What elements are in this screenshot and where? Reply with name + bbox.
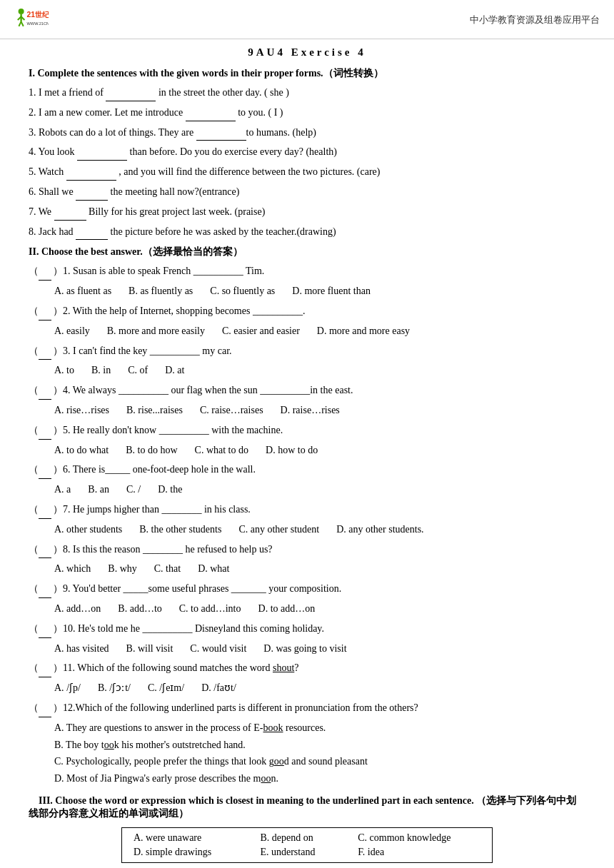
svg-text:WWW.21CNJY.COM: WWW.21CNJY.COM [27, 21, 49, 26]
blank-1-3 [196, 140, 246, 141]
mc-q7-options: A. other students B. the other students … [54, 521, 585, 538]
word-table-cell-C: C. common knowledge [346, 827, 492, 845]
blank-1-1 [106, 101, 156, 101]
mc-q4-options: A. rise…rises B. rise...raises C. raise…… [54, 402, 585, 419]
logo-icon: 21世纪教育 WWW.21CNJY.COM [14, 6, 49, 34]
word-table-row1: A. were unaware B. depend on C. common k… [122, 827, 493, 845]
blank-1-7 [54, 220, 86, 221]
svg-line-5 [21, 21, 24, 26]
mc-q5-row: （ ）5. He really don't know __________ wi… [29, 422, 585, 440]
q1-4: 4. You look than before. Do you do exerc… [29, 143, 585, 161]
section2-title: II. Choose the best answer.（选择最恰当的答案） [29, 246, 585, 258]
header-platform: 中小学教育资源及组卷应用平台 [470, 14, 600, 26]
q1-6: 6. Shall we the meeting hall now?(entran… [29, 183, 585, 201]
q1-2: 2. I am a new comer. Let me introduce to… [29, 104, 585, 121]
word-table-cell-D: D. simple drawings [122, 845, 249, 863]
mc-q3-row: （ ）3. I can't find the key __________ my… [29, 343, 585, 360]
q1-5: 5. Watch , and you will find the differe… [29, 163, 585, 181]
mc-q1-options: A. as fluent as B. as fluently as C. so … [54, 283, 585, 300]
mc-q9-options: A. add…on B. add…to C. to add…into D. to… [54, 600, 585, 617]
doc-title: 9AU4 Exercise 4 [29, 46, 585, 59]
mc-q5-options: A. to do what B. to do how C. what to do… [54, 442, 585, 459]
q1-7: 7. We Billy for his great project last w… [29, 203, 585, 221]
mc-q10-row: （ ）10. He's told me he __________ Disney… [29, 620, 585, 638]
section3-title-wrapper: III. Choose the word or expression which… [29, 794, 585, 820]
word-table-row2: D. simple drawings E. understand F. idea [122, 845, 493, 863]
section3-title: III. Choose the word or expression which… [29, 795, 474, 806]
header: 21世纪教育 WWW.21CNJY.COM 中小学教育资源及组卷应用平台 [0, 0, 614, 39]
svg-text:21世纪教育: 21世纪教育 [27, 10, 49, 19]
mc-q6-options: A. a B. an C. / D. the [54, 481, 585, 498]
blank-1-8 [76, 239, 108, 240]
word-table-cell-B: B. depend on [248, 827, 346, 845]
q1-1: 1. I met a friend of in the street the o… [29, 84, 585, 101]
svg-point-0 [19, 9, 24, 14]
mc-q11-row: （ ）11. Which of the following sound matc… [29, 660, 585, 677]
q1-3: 3. Robots can do a lot of things. They a… [29, 124, 585, 141]
mc-q10-options: A. has visited B. will visit C. would vi… [54, 640, 585, 657]
word-table-cell-E: E. understand [248, 845, 346, 863]
word-table: A. were unaware B. depend on C. common k… [121, 827, 493, 863]
blank-1-6 [76, 200, 108, 201]
mc-q3-options: A. to B. in C. of D. at [54, 362, 585, 379]
word-table-cell-A: A. were unaware [122, 827, 249, 845]
blank-1-2 [186, 121, 236, 121]
mc-q8-options: A. which B. why C. that D. what [54, 560, 585, 577]
mc-q6-row: （ ）6. There is_____ one-foot-deep hole i… [29, 461, 585, 479]
mc-q2-options: A. easily B. more and more easily C. eas… [54, 323, 585, 340]
logo-area: 21世纪教育 WWW.21CNJY.COM [14, 6, 54, 34]
mc-q9-row: （ ）9. You'd better _____some useful phra… [29, 580, 585, 598]
section1-title: I. Complete the sentences with the given… [29, 67, 585, 80]
blank-1-4 [77, 160, 127, 161]
mc-q4-row: （ ）4. We always __________ our flag when… [29, 382, 585, 400]
mc-q2-row: （ ）2. With the help of Internet, shoppin… [29, 303, 585, 321]
page: 21世纪教育 WWW.21CNJY.COM 中小学教育资源及组卷应用平台 9AU… [0, 0, 614, 868]
mc-q11-options: A. /ʃp/ B. /ʃɔːt/ C. /ʃeɪm/ D. /faʊt/ [54, 680, 585, 697]
mc-q12-options: A. They are questions to answer in the p… [54, 720, 585, 787]
word-table-cell-F: F. idea [346, 845, 492, 863]
content: 9AU4 Exercise 4 I. Complete the sentence… [0, 39, 614, 868]
mc-q7-row: （ ）7. He jumps higher than ________ in h… [29, 501, 585, 519]
mc-q1-row: （ ）1. Susan is able to speak French ____… [29, 263, 585, 281]
q1-8: 8. Jack had the picture before he was as… [29, 223, 585, 241]
mc-q8-row: （ ）8. Is this the reason ________ he ref… [29, 541, 585, 559]
mc-q12-row: （ ）12.Which of the following underlined … [29, 700, 585, 717]
blank-1-5 [66, 180, 116, 181]
